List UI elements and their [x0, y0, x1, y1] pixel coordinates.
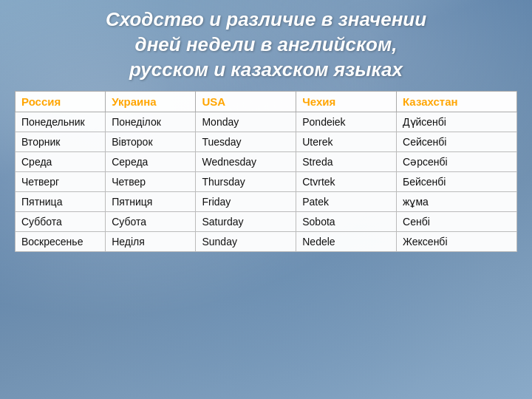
cell-russia: Вторник [16, 132, 106, 152]
cell-usa: Saturday [196, 212, 296, 232]
cell-ukraine: Пятниця [106, 192, 196, 212]
cell-kazakhstan: жұма [397, 192, 517, 212]
cell-ukraine: Понеділок [106, 112, 196, 132]
cell-czechia: Ctvrtek [296, 172, 397, 192]
cell-czechia: Patek [296, 192, 397, 212]
header-ukraine: Украина [106, 92, 196, 112]
table-row: ЧетвергЧетверThursdayCtvrtekБейсенбі [16, 172, 517, 192]
cell-ukraine: Вівторок [106, 132, 196, 152]
cell-russia: Суббота [16, 212, 106, 232]
cell-russia: Среда [16, 152, 106, 172]
cell-usa: Friday [196, 192, 296, 212]
table-row: ПонедельникПонеділокMondayPondeiekДүйсен… [16, 112, 517, 132]
cell-kazakhstan: Бейсенбі [397, 172, 517, 192]
table-row: СубботаСуботаSaturdaySobotaСенбі [16, 212, 517, 232]
header-kazakhstan: Казахстан [397, 92, 517, 112]
cell-usa: Thursday [196, 172, 296, 192]
table-row: ВоскресеньеНеділяSundayNedeleЖексенбі [16, 232, 517, 252]
cell-ukraine: Субота [106, 212, 196, 232]
cell-czechia: Pondeiek [296, 112, 397, 132]
cell-czechia: Nedele [296, 232, 397, 252]
cell-russia: Воскресенье [16, 232, 106, 252]
cell-czechia: Streda [296, 152, 397, 172]
cell-czechia: Uterek [296, 132, 397, 152]
cell-usa: Sunday [196, 232, 296, 252]
table-row: ВторникВівторокTuesdayUterekСейсенбі [16, 132, 517, 152]
cell-ukraine: Середа [106, 152, 196, 172]
header-russia: Россия [16, 92, 106, 112]
table-header-row: Россия Украина USA Чехия Казахстан [16, 92, 517, 112]
cell-usa: Tuesday [196, 132, 296, 152]
cell-kazakhstan: Сейсенбі [397, 132, 517, 152]
table-row: ПятницаПятницяFridayPatekжұма [16, 192, 517, 212]
table-row: СредаСередаWednesdayStredaСәрсенбі [16, 152, 517, 172]
days-table: Россия Украина USA Чехия Казахстан Понед… [15, 91, 517, 252]
cell-ukraine: Неділя [106, 232, 196, 252]
cell-kazakhstan: Сәрсенбі [397, 152, 517, 172]
page-title: Сходство и различие в значении дней неде… [106, 7, 426, 82]
cell-czechia: Sobota [296, 212, 397, 232]
cell-russia: Четверг [16, 172, 106, 192]
cell-ukraine: Четвер [106, 172, 196, 192]
cell-kazakhstan: Дүйсенбі [397, 112, 517, 132]
cell-kazakhstan: Жексенбі [397, 232, 517, 252]
header-usa: USA [196, 92, 296, 112]
cell-russia: Пятница [16, 192, 106, 212]
cell-usa: Wednesday [196, 152, 296, 172]
cell-usa: Monday [196, 112, 296, 132]
cell-russia: Понедельник [16, 112, 106, 132]
cell-kazakhstan: Сенбі [397, 212, 517, 232]
header-czechia: Чехия [296, 92, 397, 112]
